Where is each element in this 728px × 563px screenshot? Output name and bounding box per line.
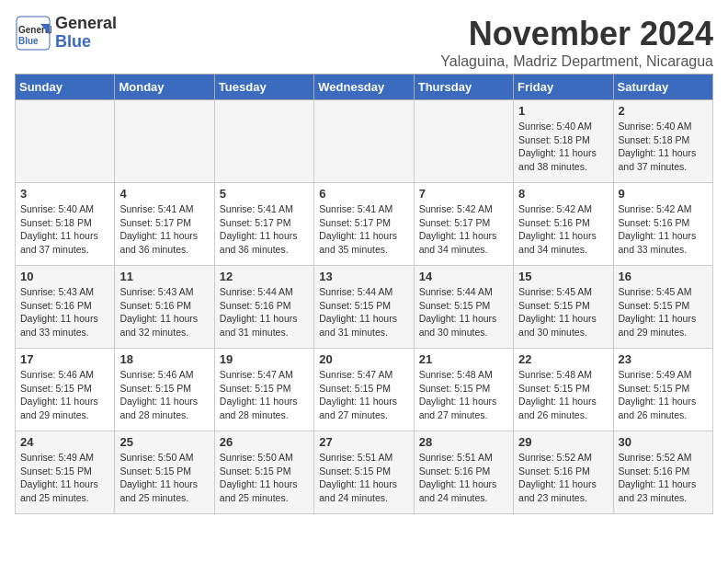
logo-text: General Blue <box>55 15 117 52</box>
day-info: Sunrise: 5:42 AM Sunset: 5:17 PM Dayligh… <box>419 202 508 257</box>
calendar-week-row: 3Sunrise: 5:40 AM Sunset: 5:18 PM Daylig… <box>16 183 713 266</box>
day-number: 25 <box>119 435 209 449</box>
day-number: 15 <box>518 270 608 283</box>
calendar-cell: 10Sunrise: 5:43 AM Sunset: 5:16 PM Dayli… <box>16 266 115 349</box>
calendar-cell: 17Sunrise: 5:46 AM Sunset: 5:15 PM Dayli… <box>16 349 115 431</box>
calendar-cell: 12Sunrise: 5:44 AM Sunset: 5:16 PM Dayli… <box>214 266 313 349</box>
calendar-cell <box>115 100 214 183</box>
calendar-week-row: 24Sunrise: 5:49 AM Sunset: 5:15 PM Dayli… <box>16 431 713 514</box>
day-number: 24 <box>20 435 109 449</box>
calendar-week-row: 10Sunrise: 5:43 AM Sunset: 5:16 PM Dayli… <box>16 266 713 349</box>
calendar-cell <box>314 100 414 183</box>
calendar-week-row: 1Sunrise: 5:40 AM Sunset: 5:18 PM Daylig… <box>16 100 713 183</box>
calendar-cell: 24Sunrise: 5:49 AM Sunset: 5:15 PM Dayli… <box>16 431 115 514</box>
day-number: 3 <box>20 187 109 201</box>
day-number: 11 <box>119 270 209 283</box>
calendar-cell: 16Sunrise: 5:45 AM Sunset: 5:15 PM Dayli… <box>613 266 712 349</box>
day-info: Sunrise: 5:40 AM Sunset: 5:18 PM Dayligh… <box>518 120 608 174</box>
day-info: Sunrise: 5:49 AM Sunset: 5:15 PM Dayligh… <box>619 368 708 422</box>
page-header: General Blue General Blue November 2024 … <box>15 15 713 70</box>
weekday-header: Sunday <box>16 75 115 100</box>
day-info: Sunrise: 5:49 AM Sunset: 5:15 PM Dayligh… <box>20 451 109 505</box>
day-info: Sunrise: 5:51 AM Sunset: 5:16 PM Dayligh… <box>419 451 508 505</box>
day-number: 5 <box>220 187 309 201</box>
calendar-cell <box>414 100 513 183</box>
calendar-cell: 21Sunrise: 5:48 AM Sunset: 5:15 PM Dayli… <box>414 349 513 431</box>
calendar-week-row: 17Sunrise: 5:46 AM Sunset: 5:15 PM Dayli… <box>16 349 713 431</box>
day-info: Sunrise: 5:51 AM Sunset: 5:15 PM Dayligh… <box>319 451 408 505</box>
day-number: 7 <box>419 187 508 201</box>
weekday-header: Saturday <box>613 75 712 100</box>
title-block: November 2024 Yalaguina, Madriz Departme… <box>440 15 713 70</box>
calendar-cell: 14Sunrise: 5:44 AM Sunset: 5:15 PM Dayli… <box>414 266 513 349</box>
day-info: Sunrise: 5:42 AM Sunset: 5:16 PM Dayligh… <box>619 202 708 257</box>
calendar-cell: 6Sunrise: 5:41 AM Sunset: 5:17 PM Daylig… <box>314 183 414 266</box>
day-info: Sunrise: 5:50 AM Sunset: 5:15 PM Dayligh… <box>220 451 309 505</box>
calendar-cell: 22Sunrise: 5:48 AM Sunset: 5:15 PM Dayli… <box>514 349 613 431</box>
calendar-cell: 3Sunrise: 5:40 AM Sunset: 5:18 PM Daylig… <box>16 183 115 266</box>
day-info: Sunrise: 5:44 AM Sunset: 5:15 PM Dayligh… <box>419 285 508 339</box>
day-number: 1 <box>518 104 608 118</box>
day-number: 18 <box>119 352 209 366</box>
day-info: Sunrise: 5:42 AM Sunset: 5:16 PM Dayligh… <box>518 202 608 257</box>
day-number: 4 <box>119 187 209 201</box>
calendar-cell: 23Sunrise: 5:49 AM Sunset: 5:15 PM Dayli… <box>613 349 712 431</box>
day-info: Sunrise: 5:40 AM Sunset: 5:18 PM Dayligh… <box>619 120 708 174</box>
calendar-cell: 29Sunrise: 5:52 AM Sunset: 5:16 PM Dayli… <box>514 431 613 514</box>
day-number: 22 <box>518 352 608 366</box>
calendar-cell: 18Sunrise: 5:46 AM Sunset: 5:15 PM Dayli… <box>115 349 214 431</box>
day-info: Sunrise: 5:45 AM Sunset: 5:15 PM Dayligh… <box>518 285 608 339</box>
weekday-header: Monday <box>115 75 214 100</box>
calendar-cell: 9Sunrise: 5:42 AM Sunset: 5:16 PM Daylig… <box>613 183 712 266</box>
day-info: Sunrise: 5:46 AM Sunset: 5:15 PM Dayligh… <box>119 368 209 422</box>
logo: General Blue General Blue <box>15 15 117 52</box>
day-number: 21 <box>419 352 508 366</box>
calendar-cell: 28Sunrise: 5:51 AM Sunset: 5:16 PM Dayli… <box>414 431 513 514</box>
calendar-table: SundayMondayTuesdayWednesdayThursdayFrid… <box>15 74 713 514</box>
day-number: 10 <box>20 270 109 283</box>
day-info: Sunrise: 5:50 AM Sunset: 5:15 PM Dayligh… <box>119 451 209 505</box>
day-number: 14 <box>419 270 508 283</box>
calendar-cell: 19Sunrise: 5:47 AM Sunset: 5:15 PM Dayli… <box>214 349 313 431</box>
day-info: Sunrise: 5:52 AM Sunset: 5:16 PM Dayligh… <box>518 451 608 505</box>
day-info: Sunrise: 5:47 AM Sunset: 5:15 PM Dayligh… <box>319 368 408 422</box>
day-info: Sunrise: 5:46 AM Sunset: 5:15 PM Dayligh… <box>20 368 109 422</box>
calendar-cell: 27Sunrise: 5:51 AM Sunset: 5:15 PM Dayli… <box>314 431 414 514</box>
day-number: 6 <box>319 187 408 201</box>
svg-text:Blue: Blue <box>18 36 39 46</box>
day-number: 16 <box>619 270 708 283</box>
calendar-cell: 5Sunrise: 5:41 AM Sunset: 5:17 PM Daylig… <box>214 183 313 266</box>
day-info: Sunrise: 5:44 AM Sunset: 5:16 PM Dayligh… <box>220 285 309 339</box>
calendar-cell <box>214 100 313 183</box>
calendar-cell: 7Sunrise: 5:42 AM Sunset: 5:17 PM Daylig… <box>414 183 513 266</box>
weekday-header: Tuesday <box>214 75 313 100</box>
day-number: 8 <box>518 187 608 201</box>
day-info: Sunrise: 5:47 AM Sunset: 5:15 PM Dayligh… <box>220 368 309 422</box>
day-info: Sunrise: 5:48 AM Sunset: 5:15 PM Dayligh… <box>419 368 508 422</box>
day-number: 28 <box>419 435 508 449</box>
day-info: Sunrise: 5:41 AM Sunset: 5:17 PM Dayligh… <box>119 202 209 257</box>
day-number: 23 <box>619 352 708 366</box>
calendar-cell: 15Sunrise: 5:45 AM Sunset: 5:15 PM Dayli… <box>514 266 613 349</box>
day-info: Sunrise: 5:43 AM Sunset: 5:16 PM Dayligh… <box>20 285 109 339</box>
day-info: Sunrise: 5:44 AM Sunset: 5:15 PM Dayligh… <box>319 285 408 339</box>
day-info: Sunrise: 5:48 AM Sunset: 5:15 PM Dayligh… <box>518 368 608 422</box>
day-number: 19 <box>220 352 309 366</box>
location-title: Yalaguina, Madriz Department, Nicaragua <box>440 53 713 70</box>
calendar-cell: 4Sunrise: 5:41 AM Sunset: 5:17 PM Daylig… <box>115 183 214 266</box>
weekday-header: Thursday <box>414 75 513 100</box>
day-number: 12 <box>220 270 309 283</box>
day-number: 20 <box>319 352 408 366</box>
day-number: 9 <box>619 187 708 201</box>
calendar-cell: 26Sunrise: 5:50 AM Sunset: 5:15 PM Dayli… <box>214 431 313 514</box>
day-info: Sunrise: 5:52 AM Sunset: 5:16 PM Dayligh… <box>619 451 708 505</box>
day-info: Sunrise: 5:41 AM Sunset: 5:17 PM Dayligh… <box>319 202 408 257</box>
day-number: 27 <box>319 435 408 449</box>
day-info: Sunrise: 5:41 AM Sunset: 5:17 PM Dayligh… <box>220 202 309 257</box>
calendar-cell: 20Sunrise: 5:47 AM Sunset: 5:15 PM Dayli… <box>314 349 414 431</box>
day-info: Sunrise: 5:40 AM Sunset: 5:18 PM Dayligh… <box>20 202 109 257</box>
day-info: Sunrise: 5:43 AM Sunset: 5:16 PM Dayligh… <box>119 285 209 339</box>
calendar-cell: 11Sunrise: 5:43 AM Sunset: 5:16 PM Dayli… <box>115 266 214 349</box>
weekday-header: Friday <box>514 75 613 100</box>
weekday-header-row: SundayMondayTuesdayWednesdayThursdayFrid… <box>16 75 713 100</box>
